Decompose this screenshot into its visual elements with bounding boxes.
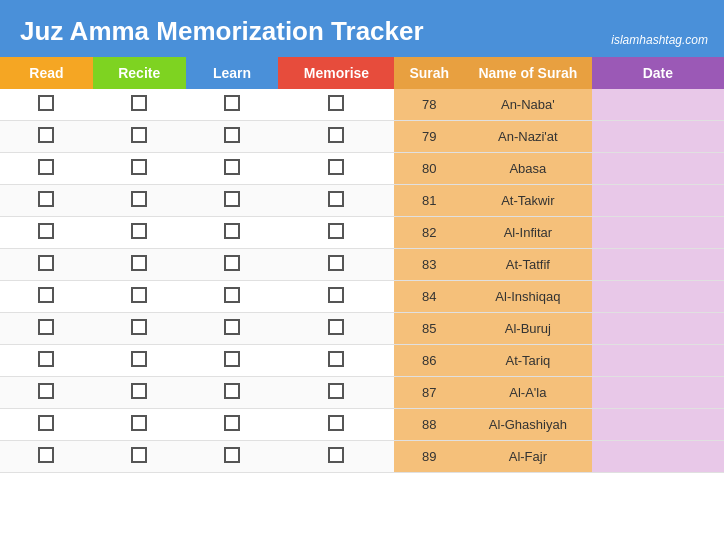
checkbox-memorise-9[interactable] bbox=[328, 383, 344, 399]
cell-recite-9 bbox=[93, 377, 186, 409]
cell-date-0 bbox=[592, 89, 724, 121]
website-label: islamhashtag.com bbox=[611, 33, 708, 47]
cell-memorise-6 bbox=[278, 281, 394, 313]
cell-name-11: Al-Fajr bbox=[464, 441, 592, 473]
cell-name-1: An-Nazi'at bbox=[464, 121, 592, 153]
checkbox-recite-4[interactable] bbox=[131, 223, 147, 239]
checkbox-memorise-0[interactable] bbox=[328, 95, 344, 111]
checkbox-memorise-8[interactable] bbox=[328, 351, 344, 367]
checkbox-recite-6[interactable] bbox=[131, 287, 147, 303]
cell-learn-4 bbox=[186, 217, 279, 249]
checkbox-learn-10[interactable] bbox=[224, 415, 240, 431]
cell-recite-11 bbox=[93, 441, 186, 473]
cell-surah-7: 85 bbox=[394, 313, 464, 345]
checkbox-memorise-1[interactable] bbox=[328, 127, 344, 143]
cell-recite-8 bbox=[93, 345, 186, 377]
checkbox-recite-9[interactable] bbox=[131, 383, 147, 399]
cell-date-10 bbox=[592, 409, 724, 441]
checkbox-read-8[interactable] bbox=[38, 351, 54, 367]
cell-read-5 bbox=[0, 249, 93, 281]
cell-surah-6: 84 bbox=[394, 281, 464, 313]
cell-surah-3: 81 bbox=[394, 185, 464, 217]
checkbox-recite-2[interactable] bbox=[131, 159, 147, 175]
checkbox-memorise-6[interactable] bbox=[328, 287, 344, 303]
table-row: 87Al-A'la bbox=[0, 377, 724, 409]
cell-learn-6 bbox=[186, 281, 279, 313]
table-row: 80Abasa bbox=[0, 153, 724, 185]
checkbox-recite-1[interactable] bbox=[131, 127, 147, 143]
checkbox-memorise-10[interactable] bbox=[328, 415, 344, 431]
checkbox-read-1[interactable] bbox=[38, 127, 54, 143]
cell-name-3: At-Takwir bbox=[464, 185, 592, 217]
checkbox-learn-2[interactable] bbox=[224, 159, 240, 175]
cell-date-11 bbox=[592, 441, 724, 473]
checkbox-learn-11[interactable] bbox=[224, 447, 240, 463]
cell-date-5 bbox=[592, 249, 724, 281]
cell-recite-1 bbox=[93, 121, 186, 153]
cell-surah-9: 87 bbox=[394, 377, 464, 409]
checkbox-learn-5[interactable] bbox=[224, 255, 240, 271]
cell-learn-8 bbox=[186, 345, 279, 377]
header-surah: Surah bbox=[394, 57, 464, 89]
checkbox-recite-5[interactable] bbox=[131, 255, 147, 271]
checkbox-read-4[interactable] bbox=[38, 223, 54, 239]
checkbox-memorise-3[interactable] bbox=[328, 191, 344, 207]
checkbox-learn-0[interactable] bbox=[224, 95, 240, 111]
checkbox-read-6[interactable] bbox=[38, 287, 54, 303]
cell-surah-5: 83 bbox=[394, 249, 464, 281]
checkbox-recite-3[interactable] bbox=[131, 191, 147, 207]
table-row: 89Al-Fajr bbox=[0, 441, 724, 473]
checkbox-recite-8[interactable] bbox=[131, 351, 147, 367]
checkbox-learn-8[interactable] bbox=[224, 351, 240, 367]
cell-memorise-1 bbox=[278, 121, 394, 153]
checkbox-memorise-7[interactable] bbox=[328, 319, 344, 335]
table-row: 82Al-Infitar bbox=[0, 217, 724, 249]
checkbox-read-3[interactable] bbox=[38, 191, 54, 207]
cell-date-3 bbox=[592, 185, 724, 217]
cell-memorise-0 bbox=[278, 89, 394, 121]
checkbox-learn-6[interactable] bbox=[224, 287, 240, 303]
checkbox-recite-7[interactable] bbox=[131, 319, 147, 335]
checkbox-read-2[interactable] bbox=[38, 159, 54, 175]
checkbox-memorise-2[interactable] bbox=[328, 159, 344, 175]
cell-name-6: Al-Inshiqaq bbox=[464, 281, 592, 313]
header-memorise: Memorise bbox=[278, 57, 394, 89]
checkbox-memorise-4[interactable] bbox=[328, 223, 344, 239]
table-row: 79An-Nazi'at bbox=[0, 121, 724, 153]
checkbox-read-0[interactable] bbox=[38, 95, 54, 111]
cell-memorise-2 bbox=[278, 153, 394, 185]
cell-recite-4 bbox=[93, 217, 186, 249]
checkbox-read-9[interactable] bbox=[38, 383, 54, 399]
checkbox-read-11[interactable] bbox=[38, 447, 54, 463]
table-row: 88Al-Ghashiyah bbox=[0, 409, 724, 441]
checkbox-learn-3[interactable] bbox=[224, 191, 240, 207]
cell-read-0 bbox=[0, 89, 93, 121]
checkbox-read-10[interactable] bbox=[38, 415, 54, 431]
checkbox-memorise-5[interactable] bbox=[328, 255, 344, 271]
cell-recite-2 bbox=[93, 153, 186, 185]
cell-date-6 bbox=[592, 281, 724, 313]
cell-name-4: Al-Infitar bbox=[464, 217, 592, 249]
cell-learn-0 bbox=[186, 89, 279, 121]
table-row: 85Al-Buruj bbox=[0, 313, 724, 345]
cell-recite-0 bbox=[93, 89, 186, 121]
cell-recite-10 bbox=[93, 409, 186, 441]
checkbox-recite-11[interactable] bbox=[131, 447, 147, 463]
checkbox-read-7[interactable] bbox=[38, 319, 54, 335]
checkbox-recite-10[interactable] bbox=[131, 415, 147, 431]
cell-learn-5 bbox=[186, 249, 279, 281]
cell-recite-3 bbox=[93, 185, 186, 217]
checkbox-memorise-11[interactable] bbox=[328, 447, 344, 463]
cell-name-0: An-Naba' bbox=[464, 89, 592, 121]
cell-read-8 bbox=[0, 345, 93, 377]
checkbox-learn-4[interactable] bbox=[224, 223, 240, 239]
header-learn: Learn bbox=[186, 57, 279, 89]
checkbox-learn-7[interactable] bbox=[224, 319, 240, 335]
checkbox-learn-9[interactable] bbox=[224, 383, 240, 399]
cell-learn-1 bbox=[186, 121, 279, 153]
cell-read-10 bbox=[0, 409, 93, 441]
checkbox-read-5[interactable] bbox=[38, 255, 54, 271]
cell-date-4 bbox=[592, 217, 724, 249]
checkbox-recite-0[interactable] bbox=[131, 95, 147, 111]
checkbox-learn-1[interactable] bbox=[224, 127, 240, 143]
